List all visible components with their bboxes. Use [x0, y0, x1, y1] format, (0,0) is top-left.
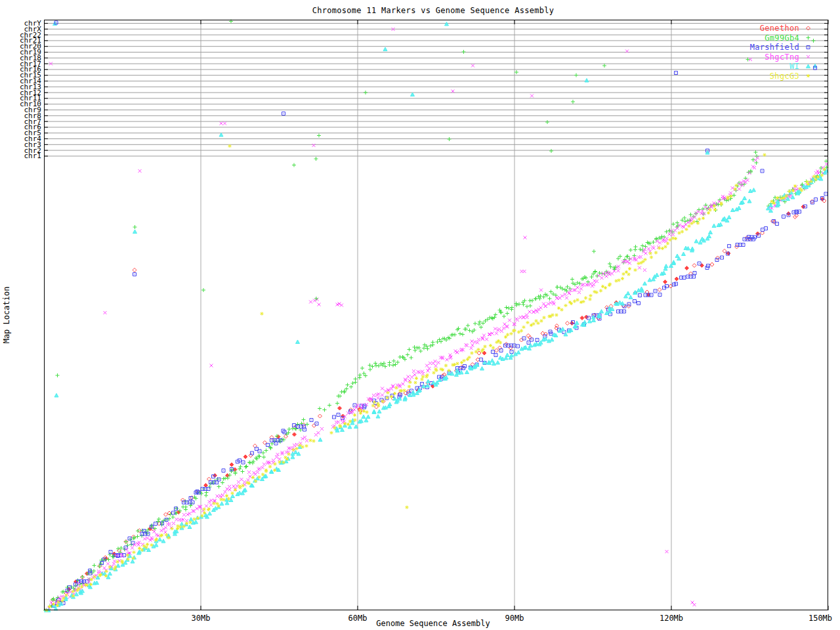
marker-wi-triangle-icon	[362, 415, 366, 419]
marker-shgctng-x-icon	[175, 518, 178, 521]
marker-gm99gb4-plus-icon	[426, 347, 430, 351]
marker-shgctng-x-icon	[564, 293, 567, 296]
marker-shgctng-x-icon	[592, 283, 595, 286]
marker-gm99gb4-plus-icon	[220, 481, 224, 485]
marker-genethon-diamond-icon	[284, 434, 288, 438]
marker-wi-triangle-icon	[643, 282, 647, 285]
marker-wi-triangle-icon	[550, 338, 554, 342]
marker-gm99gb4-plus-icon	[156, 520, 160, 524]
marker-shgctng-x-icon	[449, 356, 452, 360]
marker-shgctng-x-icon	[697, 210, 700, 213]
marker-shgcg3-star-icon	[358, 408, 362, 411]
marker-wi-triangle-icon	[694, 240, 698, 243]
marker-marshfield-square-icon	[133, 273, 136, 276]
marker-genethon-diamond-icon	[293, 432, 297, 436]
marker-shgcg3-star-icon	[441, 368, 444, 371]
marker-gm99gb4-plus-icon	[349, 385, 353, 389]
marker-gm99gb4-plus-icon	[461, 333, 465, 337]
marker-shgcg3-star-icon	[178, 525, 182, 528]
marker-shgcg3-star-icon	[588, 297, 591, 301]
marker-wi-triangle-icon	[561, 327, 565, 331]
marker-gm99gb4-plus-icon	[401, 355, 405, 359]
legend-item-Marshfield: Marshfield	[750, 43, 810, 52]
marker-shgcg3-star-icon	[131, 556, 135, 560]
marker-shgcg3-star-icon	[116, 560, 119, 563]
marker-gm99gb4-plus-icon	[217, 485, 221, 489]
marker-shgcg3-star-icon	[182, 525, 185, 528]
marker-shgctng-x-icon	[643, 268, 646, 272]
marker-marshfield-square-icon	[721, 256, 724, 259]
marker-gm99gb4-plus-icon	[413, 348, 417, 352]
marker-shgctng-x-icon	[505, 325, 509, 328]
marker-gm99gb4-plus-icon	[394, 363, 398, 367]
marker-shgctng-x-icon	[287, 447, 291, 450]
marker-shgcg3-star-icon	[170, 527, 173, 530]
marker-shgcg3-star-icon	[254, 479, 257, 482]
marker-shgcg3-star-icon	[425, 373, 429, 377]
marker-shgcg3-star-icon	[415, 377, 418, 380]
marker-gm99gb4-plus-icon	[287, 427, 291, 431]
marker-gm99gb4-plus-icon	[671, 222, 675, 226]
marker-shgctng-x-icon	[508, 319, 511, 322]
marker-shgctng-x-icon	[665, 550, 669, 553]
marker-shgcg3-star-icon	[784, 194, 788, 198]
x-tick-label-60Mb: 60Mb	[348, 614, 368, 623]
marker-genethon-diamond-icon	[133, 268, 136, 272]
marker-shgcg3-star-icon	[90, 578, 93, 581]
marker-gm99gb4-plus-icon	[514, 70, 518, 74]
marker-shgctng-x-icon	[276, 453, 280, 456]
marker-gm99gb4-plus-icon	[517, 303, 521, 306]
marker-shgcg3-star-icon	[247, 482, 251, 485]
marker-shgcg3-star-icon	[509, 332, 513, 335]
marker-marshfield-square-icon	[765, 227, 768, 230]
marker-gm99gb4-plus-icon	[602, 64, 606, 68]
marker-shgcg3-star-icon	[298, 444, 301, 447]
marker-shgcg3-star-icon	[104, 570, 108, 573]
marker-shgctng-x-icon	[638, 266, 641, 270]
x-tick-label-120Mb: 120Mb	[660, 614, 683, 623]
marker-shgcg3-star-icon	[150, 543, 153, 547]
marker-shgcg3-star-icon	[230, 492, 234, 495]
marker-shgcg3-star-icon	[654, 251, 658, 254]
marker-gm99gb4-plus-icon	[633, 248, 637, 252]
marker-wi-triangle-icon	[220, 502, 224, 506]
marker-genethon-diamond-icon	[580, 316, 584, 320]
marker-gm99gb4-plus-icon	[258, 455, 262, 459]
marker-shgcg3-star-icon	[185, 522, 188, 525]
marker-shgcg3-star-icon	[770, 200, 773, 203]
marker-shgcg3-star-icon	[241, 484, 244, 487]
marker-genethon-diamond-icon	[585, 315, 589, 319]
marker-shgctng-x-icon	[104, 311, 107, 314]
marker-shgcg3-star-icon	[291, 448, 295, 452]
marker-shgcg3-star-icon	[444, 364, 448, 367]
marker-shgcg3-star-icon	[499, 341, 502, 344]
marker-shgcg3-star-icon	[80, 585, 83, 588]
marker-shgcg3-star-icon	[99, 573, 102, 576]
marker-shgcg3-star-icon	[48, 605, 51, 608]
marker-shgcg3-star-icon	[481, 348, 484, 351]
marker-shgctng-x-icon	[576, 286, 579, 289]
marker-wi-triangle-icon	[749, 189, 753, 193]
marker-gm99gb4-plus-icon	[116, 547, 120, 551]
marker-shgctng-x-icon	[103, 566, 106, 570]
marker-shgcg3-star-icon	[227, 497, 230, 500]
marker-shgctng-x-icon	[172, 522, 175, 525]
marker-shgcg3-star-icon	[643, 258, 646, 261]
marker-shgctng-x-icon	[729, 192, 732, 195]
marker-shgcg3-star-icon	[791, 189, 795, 192]
marker-marshfield-square-icon	[728, 245, 731, 248]
marker-shgctng-x-icon	[164, 526, 167, 530]
marker-shgcg3-star-icon	[536, 322, 539, 325]
marker-shgctng-x-icon	[446, 358, 449, 362]
marker-shgcg3-star-icon	[707, 211, 710, 215]
marker-gm99gb4-plus-icon	[639, 247, 642, 251]
marker-wi-triangle-icon	[377, 410, 381, 413]
marker-shgctng-x-icon	[247, 478, 250, 482]
marker-shgctng-x-icon	[495, 332, 498, 335]
marker-shgcg3-star-icon	[551, 313, 554, 316]
legend-item-Genethon: Genethon	[760, 24, 810, 33]
marker-shgcg3-star-icon	[687, 224, 690, 228]
marker-shgcg3-star-icon	[348, 419, 352, 423]
marker-gm99gb4-plus-icon	[314, 157, 318, 161]
marker-shgctng-x-icon	[578, 291, 581, 294]
